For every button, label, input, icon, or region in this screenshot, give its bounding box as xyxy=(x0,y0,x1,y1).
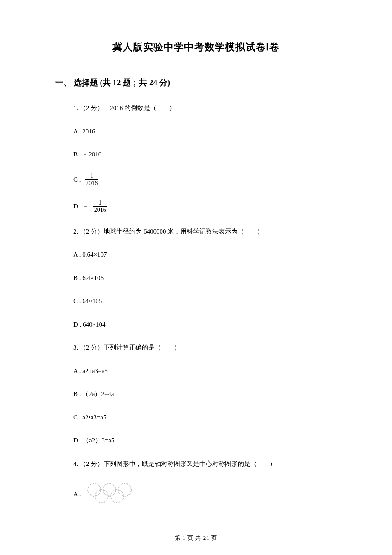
section-meta: (共 12 题；共 24 分) xyxy=(100,78,170,87)
question-stem: 2. （2 分）地球半径约为 6400000 米，用科学记数法表示为（ ） xyxy=(73,227,337,237)
option-text: B . 6.4×106 xyxy=(73,273,104,283)
option-text: B . （2a）2=4a xyxy=(73,389,114,399)
option-b: B . （2a）2=4a xyxy=(73,389,337,399)
footer-page-current: 1 xyxy=(182,535,186,541)
option-c: C . 64×105 xyxy=(73,296,337,306)
document-page: 冀人版实验中学中考数学模拟试卷Ⅰ卷 一、 选择题 (共 12 题；共 24 分)… xyxy=(0,0,392,555)
fraction-denominator: 2016 xyxy=(93,207,107,213)
option-d: D . ﹣ 1 2016 xyxy=(73,200,337,213)
option-text: A . 2016 xyxy=(73,127,95,136)
footer-suffix: 页 xyxy=(210,535,217,541)
footer-page-total: 21 xyxy=(203,535,210,541)
question-stem: 4. （2 分）下列图形中，既是轴对称图形又是中心对称图形的是（ ） xyxy=(73,459,337,469)
fraction: 1 2016 xyxy=(93,200,107,213)
option-d: D . （a2）3=a5 xyxy=(73,436,337,445)
section-number: 一、 xyxy=(55,78,72,87)
svg-point-1 xyxy=(103,483,116,496)
fraction: 1 2016 xyxy=(85,173,98,186)
question-stem: 3. （2 分）下列计算正确的是（ ） xyxy=(73,343,337,353)
option-b: B . 6.4×106 xyxy=(73,273,337,283)
option-a: A . a2+a3=a5 xyxy=(73,366,337,376)
fraction-denominator: 2016 xyxy=(85,180,98,186)
svg-point-3 xyxy=(95,490,108,503)
svg-point-4 xyxy=(111,490,124,503)
option-label: C . xyxy=(73,175,82,185)
svg-point-2 xyxy=(118,483,131,496)
question-stem: 1. （2 分）﹣2016 的倒数是（ ） xyxy=(73,103,337,113)
section-name: 选择题 xyxy=(74,78,98,87)
svg-point-0 xyxy=(88,483,101,496)
option-d: D . 640×104 xyxy=(73,320,337,330)
option-a: A . 0.64×107 xyxy=(73,250,337,260)
option-label: A . xyxy=(73,489,82,499)
option-text: D . （a2）3=a5 xyxy=(73,436,114,445)
option-c: C . 1 2016 xyxy=(73,173,337,186)
option-a: A . xyxy=(73,482,337,506)
fraction-numerator: 1 xyxy=(85,173,98,180)
question-list: 1. （2 分）﹣2016 的倒数是（ ） A . 2016 B . ﹣2016… xyxy=(55,103,337,506)
option-text: C . a2•a3=a5 xyxy=(73,413,106,422)
option-text: A . 0.64×107 xyxy=(73,250,107,260)
option-text: D . 640×104 xyxy=(73,320,106,330)
option-text: B . ﹣2016 xyxy=(73,150,101,159)
section-header: 一、 选择题 (共 12 题；共 24 分) xyxy=(55,77,337,88)
footer-prefix: 第 xyxy=(175,535,182,541)
option-text: A . a2+a3=a5 xyxy=(73,366,108,376)
page-title: 冀人版实验中学中考数学模拟试卷Ⅰ卷 xyxy=(55,40,337,54)
option-a: A . 2016 xyxy=(73,127,337,136)
option-label: D . ﹣ xyxy=(73,202,91,211)
option-c: C . a2•a3=a5 xyxy=(73,413,337,422)
option-text: C . 64×105 xyxy=(73,296,102,306)
page-footer: 第 1 页 共 21 页 xyxy=(55,534,337,542)
fraction-numerator: 1 xyxy=(93,200,107,207)
footer-mid: 页 共 xyxy=(186,535,203,541)
option-b: B . ﹣2016 xyxy=(73,150,337,159)
olympic-rings-icon xyxy=(85,482,140,506)
